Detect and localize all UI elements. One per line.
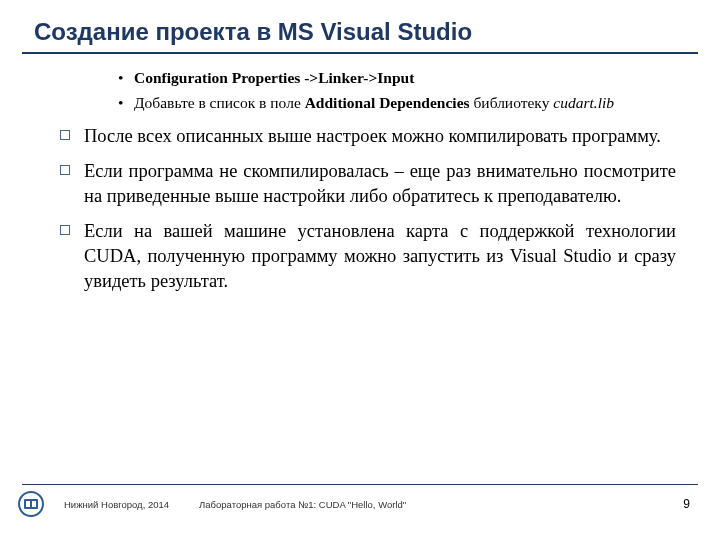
main-bullets: После всех описанных выше настроек можно…: [44, 124, 676, 294]
bullet-compile-fail: Если программа не скомпилировалась – еще…: [84, 159, 676, 209]
config-step-linker: Configuration Properties ->Linker->Input: [134, 68, 676, 89]
title-underline: [22, 52, 698, 54]
footer-lab-title: Лабораторная работа №1: CUDA "Hello, Wor…: [199, 499, 683, 510]
bullet-cuda-run: Если на вашей машине установлена карта с…: [84, 219, 676, 294]
config-sub-list: Configuration Properties ->Linker->Input…: [44, 68, 676, 114]
page-title: Создание проекта в MS Visual Studio: [0, 0, 720, 52]
config-step-dependency: Добавьте в список в поле Additional Depe…: [134, 93, 676, 114]
footer: Нижний Новгород, 2014 Лабораторная работ…: [0, 484, 720, 524]
page-number: 9: [683, 497, 690, 511]
svg-rect-2: [26, 501, 30, 507]
dep-text-1: Добавьте в список в поле: [134, 94, 305, 111]
svg-rect-3: [32, 501, 36, 507]
dep-text-2: библиотеку: [470, 94, 554, 111]
slide-content: Configuration Properties ->Linker->Input…: [0, 68, 720, 294]
bullet-compile: После всех описанных выше настроек можно…: [84, 124, 676, 149]
dep-lib-name: cudart.lib: [553, 94, 614, 111]
footer-location: Нижний Новгород, 2014: [64, 499, 169, 510]
university-logo-icon: [14, 489, 48, 519]
dep-field-name: Additional Dependencies: [305, 94, 470, 111]
config-path: Configuration Properties ->Linker->Input: [134, 69, 414, 86]
